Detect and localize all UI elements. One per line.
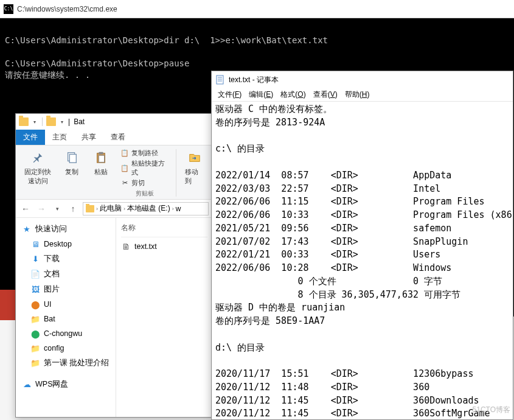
chevron-right-icon[interactable]: ›: [123, 206, 125, 212]
chevron-right-icon[interactable]: ›: [96, 206, 98, 212]
menu-help[interactable]: 帮助(H): [342, 89, 372, 100]
copy-icon: [63, 149, 80, 166]
nav-label: WPS网盘: [35, 379, 68, 390]
cmd-icon: C:\: [4, 4, 13, 14]
text-file-icon: 🗎: [121, 242, 131, 251]
nav-pictures[interactable]: 🖼图片: [18, 282, 113, 297]
svg-rect-5: [217, 75, 223, 84]
watermark: 51CTO博客: [473, 405, 510, 415]
explorer-file-list[interactable]: 名称 🗎 text.txt: [116, 218, 212, 417]
explorer-body: ★快速访问 🖥Desktop ⬇下载 📄文档 🖼图片 ⬤UI 📁Bat ⬤C-c…: [16, 218, 212, 417]
svg-rect-3: [99, 152, 103, 155]
nav-downloads[interactable]: ⬇下载: [18, 251, 113, 267]
explorer-tabs: 文件 主页 共享 查看: [16, 130, 212, 145]
clipboard-caption: 剪贴板: [136, 189, 154, 198]
nav-lesson1[interactable]: 📁第一课 批处理介绍: [18, 355, 113, 371]
nav-label: UI: [44, 300, 52, 309]
spacer: [18, 371, 113, 377]
shield-icon: ⬤: [30, 299, 40, 309]
ribbon-group-copy: 复制: [58, 148, 85, 198]
cmd-title-text: C:\windows\system32\cmd.exe: [17, 5, 117, 13]
copy-path-button[interactable]: 📋复制路径: [119, 148, 159, 158]
picture-icon: 🖼: [30, 285, 40, 295]
nav-label: 第一课 批处理介绍: [44, 358, 109, 368]
notepad-icon: [215, 75, 225, 85]
nav-label: 快速访问: [35, 224, 67, 234]
nav-label: config: [44, 344, 64, 352]
nav-history-dropdown[interactable]: ▾: [51, 203, 63, 215]
menu-edit[interactable]: 编辑(E): [246, 89, 276, 100]
paste-shortcut-icon: 📋: [120, 164, 129, 172]
paste-button[interactable]: 粘贴: [90, 148, 112, 178]
cmd-titlebar[interactable]: C:\ C:\windows\system32\cmd.exe: [0, 0, 514, 18]
tab-view[interactable]: 查看: [103, 130, 133, 145]
file-name: text.txt: [134, 242, 157, 251]
notepad-menubar: 文件(F) 编辑(E) 格式(O) 查看(V) 帮助(H): [212, 88, 513, 102]
nav-quick-access[interactable]: ★快速访问: [18, 222, 113, 237]
tab-share[interactable]: 共享: [74, 130, 103, 145]
background-edge: [0, 290, 15, 320]
menu-format[interactable]: 格式(O): [278, 89, 308, 100]
qat-dropdown-icon[interactable]: ▾: [61, 119, 63, 125]
notepad-titlebar[interactable]: text.txt - 记事本: [212, 71, 513, 88]
explorer-window: ▾ ▾ | Bat 文件 主页 共享 查看 固定到快 速访问 复制: [15, 113, 213, 418]
cloud-icon: ☁: [22, 380, 32, 390]
paste-shortcut-button[interactable]: 📋粘贴快捷方式: [119, 158, 170, 178]
nav-label: Desktop: [44, 240, 72, 248]
notepad-textarea[interactable]: 驱动器 C 中的卷没有标签。 卷的序列号是 2813-924A c:\ 的目录 …: [212, 102, 513, 419]
folder-icon: [46, 117, 56, 126]
divider: [42, 117, 43, 126]
download-icon: ⬇: [30, 254, 40, 264]
paste-icon: [92, 149, 109, 166]
copy-button[interactable]: 复制: [61, 148, 83, 178]
cut-button[interactable]: ✂剪切: [119, 178, 146, 188]
pin-label: 固定到快 速访问: [24, 167, 51, 186]
menu-file[interactable]: 文件(F): [215, 89, 244, 100]
crumb-tail[interactable]: w: [176, 205, 181, 213]
copy-label: 复制: [65, 167, 78, 177]
ribbon-divider: [176, 149, 176, 197]
nav-bat[interactable]: 📁Bat: [18, 312, 113, 326]
explorer-nav-tree[interactable]: ★快速访问 🖥Desktop ⬇下载 📄文档 🖼图片 ⬤UI 📁Bat ⬤C-c…: [16, 218, 116, 417]
nav-label: 图片: [44, 284, 60, 295]
crumb-pc[interactable]: 此电脑: [100, 203, 122, 214]
nav-forward-button[interactable]: →: [35, 203, 47, 215]
nav-up-button[interactable]: ↑: [67, 203, 79, 215]
ribbon-group-move: 移动到: [180, 148, 209, 198]
pin-to-quick-access-button[interactable]: 固定到快 速访问: [22, 148, 54, 187]
folder-icon: [86, 205, 94, 212]
chevron-right-icon[interactable]: ›: [172, 206, 174, 212]
nav-wps[interactable]: ☁WPS网盘: [18, 377, 113, 392]
explorer-titlebar[interactable]: ▾ ▾ | Bat: [16, 114, 212, 130]
ribbon-group-pin: 固定到快 速访问: [19, 148, 56, 198]
paste-shortcut-label: 粘贴快捷方式: [131, 159, 168, 177]
menu-view[interactable]: 查看(V): [311, 89, 340, 100]
nav-label: C-chongwu: [44, 329, 82, 338]
pin-icon: [29, 149, 46, 166]
notepad-window: text.txt - 记事本 文件(F) 编辑(E) 格式(O) 查看(V) 帮…: [211, 71, 513, 420]
nav-desktop[interactable]: 🖥Desktop: [18, 237, 113, 251]
folder-icon: 📁: [30, 359, 40, 368]
nav-ui[interactable]: ⬤UI: [18, 297, 113, 312]
qat-dropdown-icon[interactable]: ▾: [33, 119, 36, 125]
column-header-name[interactable]: 名称: [121, 222, 207, 237]
nav-cchongwu[interactable]: ⬤C-chongwu: [18, 326, 113, 341]
cut-icon: ✂: [120, 179, 129, 187]
folder-icon: 📁: [30, 314, 40, 324]
breadcrumb[interactable]: › 此电脑 › 本地磁盘 (E:) › w: [83, 202, 209, 215]
crumb-disk[interactable]: 本地磁盘 (E:): [127, 203, 170, 214]
move-to-icon: [186, 149, 203, 166]
explorer-address-bar: ← → ▾ ↑ › 此电脑 › 本地磁盘 (E:) › w: [16, 200, 212, 218]
nav-back-button[interactable]: ←: [19, 203, 32, 215]
move-to-button[interactable]: 移动到: [182, 148, 206, 187]
explorer-title-text: Bat: [74, 117, 85, 126]
nav-label: 文档: [44, 269, 60, 279]
nav-config[interactable]: 📁config: [18, 341, 113, 355]
file-item[interactable]: 🗎 text.txt: [121, 240, 207, 253]
tab-home[interactable]: 主页: [45, 130, 74, 145]
shield-icon: ⬤: [30, 329, 40, 338]
nav-documents[interactable]: 📄文档: [18, 267, 113, 282]
tab-file[interactable]: 文件: [16, 130, 45, 145]
explorer-ribbon: 固定到快 速访问 复制 粘贴 📋复制路径 📋粘贴快捷方式 ✂剪切 剪贴板: [16, 145, 212, 200]
star-icon: ★: [22, 225, 32, 234]
